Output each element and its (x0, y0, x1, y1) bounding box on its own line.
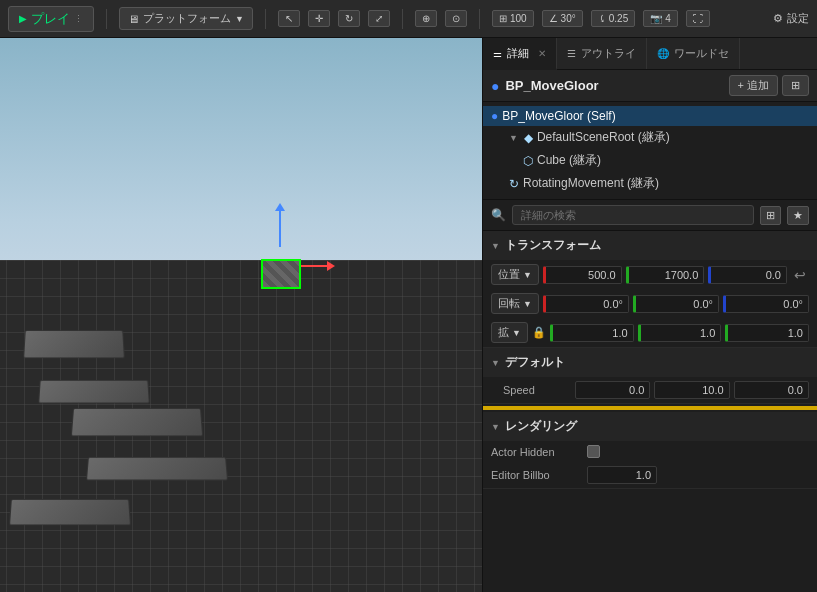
maximize-viewport[interactable]: ⛶ (686, 10, 710, 27)
toolbar-separator2 (265, 9, 266, 29)
editor-billboard-row: Editor Billbo (483, 462, 817, 488)
position-y[interactable] (626, 266, 705, 284)
search-input[interactable] (512, 205, 754, 225)
selected-object[interactable] (251, 249, 311, 289)
tool-rotate[interactable]: ↻ (338, 10, 360, 27)
tree-item-self[interactable]: ● BP_MoveGloor (Self) (483, 106, 817, 126)
angle-snap[interactable]: ∠ 30° (542, 10, 583, 27)
rotate-icon: ↻ (345, 13, 353, 24)
camera-speed[interactable]: 📷 4 (643, 10, 678, 27)
tool-select[interactable]: ↖ (278, 10, 300, 27)
view-options-button[interactable]: ⊞ (782, 75, 809, 96)
settings-button[interactable]: ⚙ 設定 (773, 11, 809, 26)
world-icon: ⊕ (422, 13, 430, 24)
rendering-header[interactable]: ▼ レンダリング (483, 412, 817, 441)
editor-billboard-label: Editor Billbo (491, 469, 581, 481)
angle-icon: ∠ (549, 13, 558, 24)
snap-icon: ⤹ (598, 13, 606, 24)
rotating-icon: ↻ (509, 177, 519, 191)
defaults-section: ▼ デフォルト Speed (483, 348, 817, 404)
position-z[interactable] (708, 266, 787, 284)
rendering-arrow: ▼ (491, 422, 500, 432)
platform-icon: 🖥 (128, 13, 139, 25)
position-dropdown[interactable]: 位置 ▼ (491, 264, 539, 285)
speed-x[interactable] (575, 381, 650, 399)
play-menu-icon: ⋮ (74, 14, 83, 24)
scale-y[interactable] (638, 324, 722, 342)
transform-header[interactable]: ▼ トランスフォーム (483, 231, 817, 260)
scale-label: 拡 (498, 325, 509, 340)
stone-5 (9, 499, 131, 525)
bookmark-button[interactable]: ★ (787, 206, 809, 225)
rotation-y[interactable] (633, 295, 719, 313)
scale-dropdown-icon: ▼ (512, 328, 521, 338)
rotation-z[interactable] (723, 295, 809, 313)
yellow-progress-bar (483, 406, 817, 410)
stone-4 (86, 457, 228, 480)
viewport[interactable] (0, 38, 482, 592)
position-x[interactable] (543, 266, 622, 284)
actor-hidden-checkbox[interactable] (587, 445, 600, 458)
outliner-tab-label: アウトライ (581, 46, 636, 61)
tool-local[interactable]: ⊙ (445, 10, 467, 27)
position-reset-button[interactable]: ↩ (791, 267, 809, 283)
details-tab-icon: ⚌ (493, 48, 502, 59)
cube-icon: ⬡ (523, 154, 533, 168)
scale-z[interactable] (725, 324, 809, 342)
cube-mesh (261, 259, 301, 289)
camera-icon: 📷 (650, 13, 662, 24)
stone-1 (23, 330, 125, 358)
tree-item-cube[interactable]: ⬡ Cube (継承) (483, 149, 817, 172)
scale-lock-icon[interactable]: 🔒 (532, 326, 546, 339)
add-component-button[interactable]: + 追加 (729, 75, 778, 96)
editor-billboard-value[interactable] (587, 466, 657, 484)
defaults-header[interactable]: ▼ デフォルト (483, 348, 817, 377)
toolbar-separator3 (402, 9, 403, 29)
rotation-dropdown[interactable]: 回転 ▼ (491, 293, 539, 314)
scale-icon: ⤢ (375, 13, 383, 24)
play-icon: ▶ (19, 13, 27, 24)
tree-item-self-label: BP_MoveGloor (Self) (502, 109, 615, 123)
tool-scale[interactable]: ⤢ (368, 10, 390, 27)
tree-item-rotating[interactable]: ↻ RotatingMovement (継承) (483, 172, 817, 195)
scale-x[interactable] (550, 324, 634, 342)
world-tab-icon: 🌐 (657, 48, 669, 59)
tool-move[interactable]: ✛ (308, 10, 330, 27)
grid-icon: ⊞ (499, 13, 507, 24)
scale-dropdown[interactable]: 拡 ▼ (491, 322, 528, 343)
rotation-x[interactable] (543, 295, 629, 313)
tool-world[interactable]: ⊕ (415, 10, 437, 27)
play-button[interactable]: ▶ プレイ ⋮ (8, 6, 94, 32)
details-tab-close[interactable]: ✕ (538, 48, 546, 59)
platform-dropdown-icon: ▼ (235, 14, 244, 24)
platform-selector[interactable]: 🖥 プラットフォーム ▼ (119, 7, 253, 30)
outliner-tab-icon: ☰ (567, 48, 576, 59)
right-panel: ⚌ 詳細 ✕ ☰ アウトライ 🌐 ワールドセ ● BP_MoveGloor + … (482, 38, 817, 592)
scale-row: 拡 ▼ 🔒 (483, 318, 817, 347)
stone-3 (71, 408, 203, 436)
speed-z[interactable] (734, 381, 809, 399)
transform-arrow: ▼ (491, 241, 500, 251)
top-toolbar: ▶ プレイ ⋮ 🖥 プラットフォーム ▼ ↖ ✛ ↻ ⤢ ⊕ ⊙ ⊞ 100 ∠… (0, 0, 817, 38)
toolbar-separator4 (479, 9, 480, 29)
tree-item-sceneroot[interactable]: ▼ ◆ DefaultSceneRoot (継承) (483, 126, 817, 149)
world-tab-label: ワールドセ (674, 46, 729, 61)
panel-title: BP_MoveGloor (505, 78, 598, 93)
properties-panel: ▼ トランスフォーム 位置 ▼ ↩ 回転 (483, 231, 817, 592)
tab-details[interactable]: ⚌ 詳細 ✕ (483, 38, 557, 70)
column-view-button[interactable]: ⊞ (760, 206, 781, 225)
tab-world[interactable]: 🌐 ワールドセ (647, 38, 740, 69)
main-area: ⚌ 詳細 ✕ ☰ アウトライ 🌐 ワールドセ ● BP_MoveGloor + … (0, 38, 817, 592)
actor-hidden-row: Actor Hidden (483, 441, 817, 462)
grid-toggle[interactable]: ⊞ 100 (492, 10, 534, 27)
tab-outliner[interactable]: ☰ アウトライ (557, 38, 647, 69)
component-tree: ● BP_MoveGloor (Self) ▼ ◆ DefaultSceneRo… (483, 102, 817, 199)
snap-value: 0.25 (609, 13, 628, 24)
position-dropdown-icon: ▼ (523, 270, 532, 280)
speed-y[interactable] (654, 381, 729, 399)
position-row: 位置 ▼ ↩ (483, 260, 817, 289)
local-icon: ⊙ (452, 13, 460, 24)
location-snap[interactable]: ⤹ 0.25 (591, 10, 635, 27)
grid-value: 100 (510, 13, 527, 24)
rendering-label: レンダリング (505, 418, 577, 435)
